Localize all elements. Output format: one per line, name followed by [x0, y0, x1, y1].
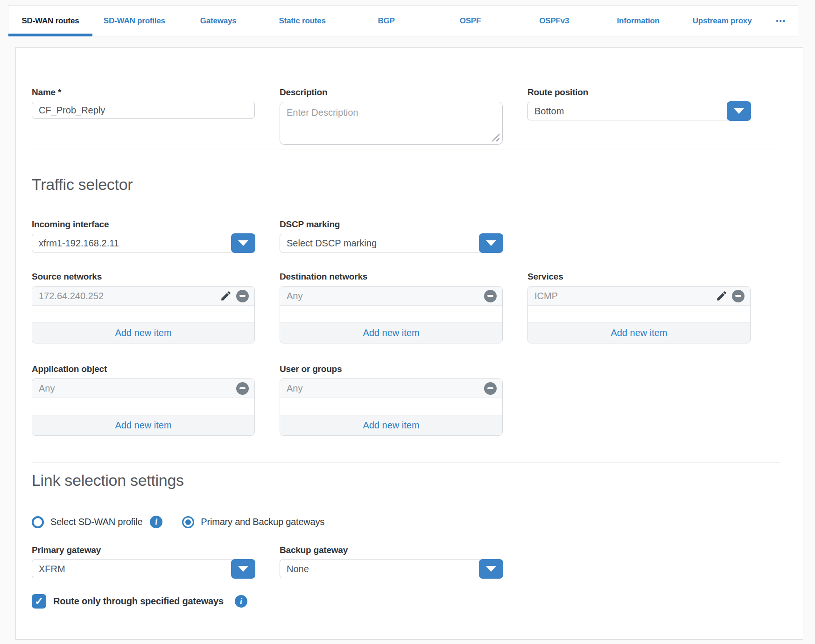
source-networks-field-group: Source networks 172.64.240.252 Add new i… — [32, 272, 255, 343]
remove-icon[interactable] — [484, 290, 497, 302]
description-field-group: Description — [280, 87, 503, 145]
description-input[interactable] — [280, 102, 503, 145]
backup-gateway-value: None — [287, 564, 309, 574]
primary-gateway-label: Primary gateway — [32, 545, 255, 555]
services-field-group: Services ICMP Add new item — [527, 272, 751, 343]
info-icon[interactable]: i — [235, 595, 247, 608]
primary-gateway-select[interactable]: XFRM — [32, 560, 255, 578]
description-textarea-wrap — [280, 102, 503, 145]
add-new-item-button[interactable]: Add new item — [32, 415, 254, 435]
radio-label: Select SD-WAN profile — [50, 517, 142, 527]
remove-icon[interactable] — [732, 290, 745, 302]
name-input[interactable] — [32, 102, 255, 119]
tab-bgp[interactable]: BGP — [344, 6, 429, 36]
tab-upstream-proxy[interactable]: Upstream proxy — [680, 6, 764, 36]
list-item: Any — [280, 287, 502, 306]
edit-icon[interactable] — [220, 290, 232, 302]
itembox-empty-area — [280, 398, 502, 415]
route-position-label: Route position — [527, 87, 751, 98]
user-or-groups-box: Any Add new item — [280, 378, 503, 436]
services-label: Services — [527, 272, 751, 282]
user-or-groups-label: User or groups — [280, 364, 503, 374]
itembox-empty-area — [280, 306, 502, 322]
check-icon: ✓ — [35, 596, 43, 607]
radio-primary-backup-gateways[interactable]: Primary and Backup gateways — [182, 516, 324, 528]
tab-sdwan-profiles[interactable]: SD-WAN profiles — [92, 6, 176, 36]
route-only-label: Route only through specified gateways — [53, 596, 224, 607]
incoming-interface-label: Incoming interface — [32, 219, 255, 230]
route-position-select[interactable]: Bottom — [527, 102, 751, 120]
dscp-marking-field-group: DSCP marking Select DSCP marking — [280, 219, 503, 252]
remove-icon[interactable] — [484, 382, 497, 395]
chevron-down-icon[interactable] — [727, 101, 751, 121]
edit-icon[interactable] — [716, 290, 728, 302]
application-object-label: Application object — [32, 364, 255, 374]
application-object-box: Any Add new item — [32, 378, 255, 436]
dscp-marking-value: Select DSCP marking — [287, 238, 377, 249]
route-only-checkbox[interactable]: ✓ — [32, 594, 46, 609]
tab-bar: SD-WAN routes SD-WAN profiles Gateways S… — [8, 5, 798, 36]
destination-networks-label: Destination networks — [280, 272, 503, 282]
backup-gateway-field-group: Backup gateway None — [280, 545, 503, 578]
itembox-empty-area — [32, 398, 254, 415]
radio-select-sdwan-profile[interactable]: Select SD-WAN profile — [32, 516, 142, 528]
backup-gateway-label: Backup gateway — [280, 545, 503, 555]
chevron-down-icon[interactable] — [479, 559, 503, 579]
info-icon[interactable]: i — [150, 516, 162, 528]
incoming-interface-field-group: Incoming interface xfrm1-192.168.2.11 — [32, 219, 255, 252]
route-position-value: Bottom — [534, 106, 564, 117]
tab-information[interactable]: Information — [596, 6, 680, 36]
item-label: Any — [39, 383, 236, 394]
section-divider — [32, 462, 780, 462]
add-new-item-button[interactable]: Add new item — [280, 322, 502, 343]
list-item: Any — [280, 379, 502, 398]
section-divider — [32, 149, 780, 149]
radio-button-icon[interactable] — [32, 516, 44, 528]
traffic-selector-heading: Traffic selector — [32, 175, 780, 194]
list-item: 172.64.240.252 — [32, 287, 254, 306]
backup-gateway-select[interactable]: None — [280, 560, 503, 578]
chevron-down-icon[interactable] — [231, 233, 255, 253]
link-selection-heading: Link selection settings — [32, 471, 780, 490]
dscp-marking-label: DSCP marking — [280, 219, 503, 230]
item-label: ICMP — [534, 291, 716, 301]
itembox-empty-area — [528, 306, 750, 322]
services-box: ICMP Add new item — [527, 286, 751, 343]
route-position-field-group: Route position Bottom — [527, 87, 751, 145]
form-panel: Name * Description Route position Bottom… — [15, 47, 803, 640]
tab-sdwan-routes[interactable]: SD-WAN routes — [8, 6, 92, 36]
destination-networks-box: Any Add new item — [280, 286, 503, 343]
item-label: Any — [287, 383, 484, 394]
radio-label: Primary and Backup gateways — [201, 517, 324, 527]
remove-icon[interactable] — [236, 290, 249, 302]
add-new-item-button[interactable]: Add new item — [280, 415, 502, 435]
chevron-down-icon[interactable] — [479, 233, 503, 253]
incoming-interface-select[interactable]: xfrm1-192.168.2.11 — [32, 234, 255, 252]
description-label: Description — [280, 87, 503, 98]
source-networks-box: 172.64.240.252 Add new item — [32, 286, 255, 343]
add-new-item-button[interactable]: Add new item — [528, 322, 750, 343]
item-label: 172.64.240.252 — [39, 291, 220, 301]
name-label: Name * — [32, 87, 255, 98]
radio-button-icon[interactable] — [182, 516, 194, 528]
application-object-field-group: Application object Any Add new item — [32, 364, 255, 436]
chevron-down-icon[interactable] — [231, 559, 255, 579]
remove-icon[interactable] — [236, 382, 249, 395]
destination-networks-field-group: Destination networks Any Add new item — [280, 272, 503, 343]
dscp-marking-select[interactable]: Select DSCP marking — [280, 234, 503, 252]
item-label: Any — [287, 291, 484, 301]
tab-ospfv3[interactable]: OSPFv3 — [512, 6, 596, 36]
route-only-row: ✓ Route only through specified gateways … — [32, 594, 780, 609]
primary-gateway-value: XFRM — [39, 564, 65, 574]
incoming-interface-value: xfrm1-192.168.2.11 — [39, 238, 119, 249]
primary-gateway-field-group: Primary gateway XFRM — [32, 545, 255, 578]
tab-static-routes[interactable]: Static routes — [260, 6, 344, 36]
tab-ospf[interactable]: OSPF — [428, 6, 512, 36]
name-field-group: Name * — [32, 87, 255, 145]
tab-gateways[interactable]: Gateways — [176, 6, 260, 36]
itembox-empty-area — [32, 306, 254, 322]
source-networks-label: Source networks — [32, 272, 255, 282]
more-tabs-icon[interactable]: ••• — [764, 6, 798, 36]
list-item: ICMP — [528, 287, 750, 306]
add-new-item-button[interactable]: Add new item — [32, 322, 254, 343]
